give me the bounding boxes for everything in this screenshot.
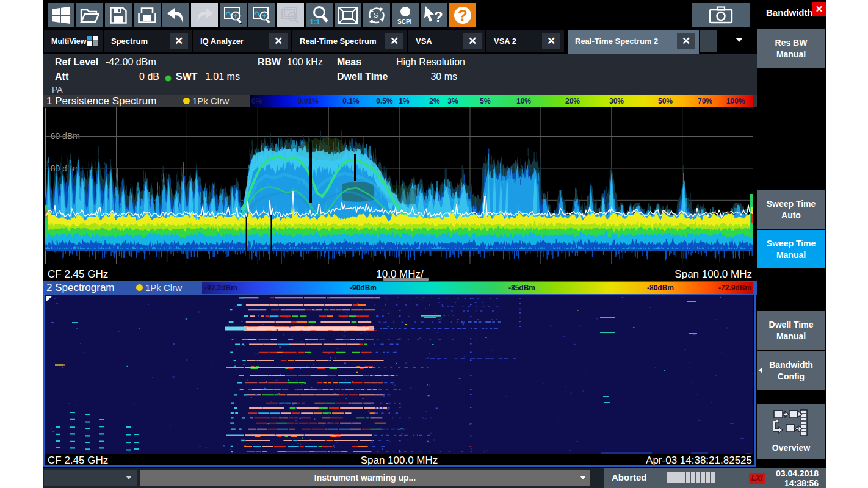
svg-text:1:1: 1:1 — [309, 18, 320, 25]
svg-text:S: S — [374, 12, 378, 19]
svg-text:?: ? — [458, 6, 468, 24]
svg-text:?: ? — [434, 9, 443, 24]
svg-text:SCPI: SCPI — [397, 18, 412, 25]
